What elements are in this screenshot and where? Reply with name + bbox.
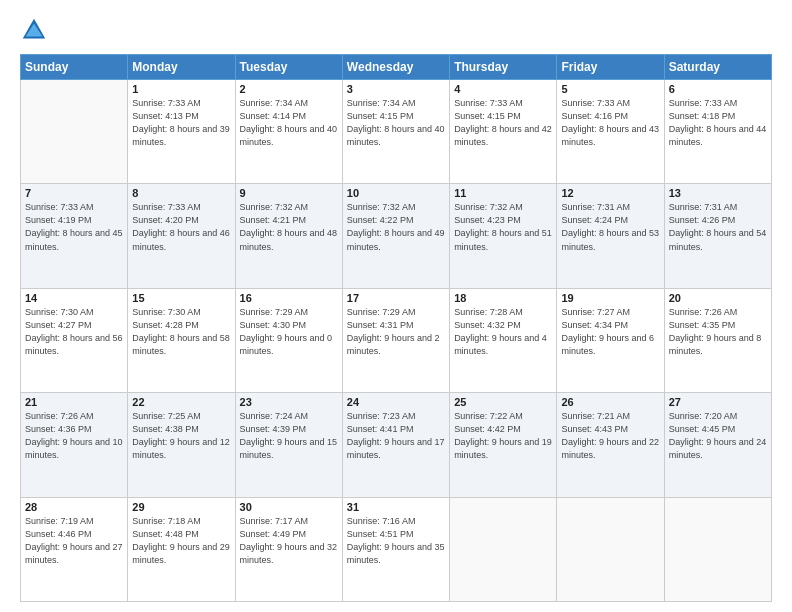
weekday-header-saturday: Saturday [664,55,771,80]
day-info: Sunrise: 7:29 AMSunset: 4:30 PMDaylight:… [240,306,338,358]
day-number: 1 [132,83,230,95]
weekday-header-row: SundayMondayTuesdayWednesdayThursdayFrid… [21,55,772,80]
day-info: Sunrise: 7:33 AMSunset: 4:19 PMDaylight:… [25,201,123,253]
calendar-cell: 2Sunrise: 7:34 AMSunset: 4:14 PMDaylight… [235,80,342,184]
calendar-cell: 17Sunrise: 7:29 AMSunset: 4:31 PMDayligh… [342,288,449,392]
calendar-cell [450,497,557,601]
logo [20,16,52,44]
day-number: 21 [25,396,123,408]
calendar-cell: 21Sunrise: 7:26 AMSunset: 4:36 PMDayligh… [21,393,128,497]
calendar-cell [21,80,128,184]
calendar-cell: 10Sunrise: 7:32 AMSunset: 4:22 PMDayligh… [342,184,449,288]
day-info: Sunrise: 7:30 AMSunset: 4:27 PMDaylight:… [25,306,123,358]
day-number: 7 [25,187,123,199]
calendar-cell: 15Sunrise: 7:30 AMSunset: 4:28 PMDayligh… [128,288,235,392]
day-info: Sunrise: 7:33 AMSunset: 4:20 PMDaylight:… [132,201,230,253]
day-info: Sunrise: 7:23 AMSunset: 4:41 PMDaylight:… [347,410,445,462]
day-number: 13 [669,187,767,199]
header [20,16,772,44]
calendar-week-row: 14Sunrise: 7:30 AMSunset: 4:27 PMDayligh… [21,288,772,392]
day-number: 11 [454,187,552,199]
calendar-cell [664,497,771,601]
calendar-week-row: 7Sunrise: 7:33 AMSunset: 4:19 PMDaylight… [21,184,772,288]
day-info: Sunrise: 7:33 AMSunset: 4:18 PMDaylight:… [669,97,767,149]
day-info: Sunrise: 7:18 AMSunset: 4:48 PMDaylight:… [132,515,230,567]
calendar-cell: 9Sunrise: 7:32 AMSunset: 4:21 PMDaylight… [235,184,342,288]
weekday-header-sunday: Sunday [21,55,128,80]
calendar-cell: 24Sunrise: 7:23 AMSunset: 4:41 PMDayligh… [342,393,449,497]
weekday-header-wednesday: Wednesday [342,55,449,80]
calendar-cell: 13Sunrise: 7:31 AMSunset: 4:26 PMDayligh… [664,184,771,288]
day-number: 26 [561,396,659,408]
day-info: Sunrise: 7:26 AMSunset: 4:36 PMDaylight:… [25,410,123,462]
day-info: Sunrise: 7:22 AMSunset: 4:42 PMDaylight:… [454,410,552,462]
day-number: 18 [454,292,552,304]
day-number: 12 [561,187,659,199]
day-info: Sunrise: 7:34 AMSunset: 4:15 PMDaylight:… [347,97,445,149]
day-number: 19 [561,292,659,304]
day-number: 23 [240,396,338,408]
day-info: Sunrise: 7:30 AMSunset: 4:28 PMDaylight:… [132,306,230,358]
calendar-cell: 26Sunrise: 7:21 AMSunset: 4:43 PMDayligh… [557,393,664,497]
day-info: Sunrise: 7:31 AMSunset: 4:24 PMDaylight:… [561,201,659,253]
weekday-header-friday: Friday [557,55,664,80]
day-info: Sunrise: 7:19 AMSunset: 4:46 PMDaylight:… [25,515,123,567]
calendar-cell: 23Sunrise: 7:24 AMSunset: 4:39 PMDayligh… [235,393,342,497]
weekday-header-monday: Monday [128,55,235,80]
day-number: 16 [240,292,338,304]
calendar-cell: 7Sunrise: 7:33 AMSunset: 4:19 PMDaylight… [21,184,128,288]
calendar-cell: 4Sunrise: 7:33 AMSunset: 4:15 PMDaylight… [450,80,557,184]
day-number: 27 [669,396,767,408]
calendar-cell: 19Sunrise: 7:27 AMSunset: 4:34 PMDayligh… [557,288,664,392]
day-number: 20 [669,292,767,304]
day-number: 5 [561,83,659,95]
day-number: 10 [347,187,445,199]
day-info: Sunrise: 7:32 AMSunset: 4:21 PMDaylight:… [240,201,338,253]
calendar-cell: 31Sunrise: 7:16 AMSunset: 4:51 PMDayligh… [342,497,449,601]
day-number: 28 [25,501,123,513]
calendar-cell: 5Sunrise: 7:33 AMSunset: 4:16 PMDaylight… [557,80,664,184]
calendar-cell: 20Sunrise: 7:26 AMSunset: 4:35 PMDayligh… [664,288,771,392]
page: SundayMondayTuesdayWednesdayThursdayFrid… [0,0,792,612]
day-info: Sunrise: 7:34 AMSunset: 4:14 PMDaylight:… [240,97,338,149]
day-number: 8 [132,187,230,199]
day-info: Sunrise: 7:31 AMSunset: 4:26 PMDaylight:… [669,201,767,253]
calendar-cell: 29Sunrise: 7:18 AMSunset: 4:48 PMDayligh… [128,497,235,601]
day-number: 29 [132,501,230,513]
day-info: Sunrise: 7:25 AMSunset: 4:38 PMDaylight:… [132,410,230,462]
calendar-week-row: 21Sunrise: 7:26 AMSunset: 4:36 PMDayligh… [21,393,772,497]
day-info: Sunrise: 7:27 AMSunset: 4:34 PMDaylight:… [561,306,659,358]
calendar-cell: 18Sunrise: 7:28 AMSunset: 4:32 PMDayligh… [450,288,557,392]
day-number: 3 [347,83,445,95]
day-number: 2 [240,83,338,95]
day-info: Sunrise: 7:26 AMSunset: 4:35 PMDaylight:… [669,306,767,358]
day-info: Sunrise: 7:33 AMSunset: 4:16 PMDaylight:… [561,97,659,149]
calendar-cell: 3Sunrise: 7:34 AMSunset: 4:15 PMDaylight… [342,80,449,184]
day-number: 31 [347,501,445,513]
calendar-cell: 30Sunrise: 7:17 AMSunset: 4:49 PMDayligh… [235,497,342,601]
calendar-cell: 22Sunrise: 7:25 AMSunset: 4:38 PMDayligh… [128,393,235,497]
day-info: Sunrise: 7:29 AMSunset: 4:31 PMDaylight:… [347,306,445,358]
day-number: 15 [132,292,230,304]
day-number: 25 [454,396,552,408]
weekday-header-tuesday: Tuesday [235,55,342,80]
day-number: 6 [669,83,767,95]
calendar-table: SundayMondayTuesdayWednesdayThursdayFrid… [20,54,772,602]
logo-icon [20,16,48,44]
day-info: Sunrise: 7:28 AMSunset: 4:32 PMDaylight:… [454,306,552,358]
calendar-cell: 28Sunrise: 7:19 AMSunset: 4:46 PMDayligh… [21,497,128,601]
calendar-cell: 8Sunrise: 7:33 AMSunset: 4:20 PMDaylight… [128,184,235,288]
day-number: 17 [347,292,445,304]
day-info: Sunrise: 7:21 AMSunset: 4:43 PMDaylight:… [561,410,659,462]
calendar-cell: 14Sunrise: 7:30 AMSunset: 4:27 PMDayligh… [21,288,128,392]
calendar-cell [557,497,664,601]
day-number: 4 [454,83,552,95]
calendar-cell: 12Sunrise: 7:31 AMSunset: 4:24 PMDayligh… [557,184,664,288]
calendar-cell: 11Sunrise: 7:32 AMSunset: 4:23 PMDayligh… [450,184,557,288]
day-number: 24 [347,396,445,408]
day-number: 22 [132,396,230,408]
day-info: Sunrise: 7:32 AMSunset: 4:22 PMDaylight:… [347,201,445,253]
calendar-week-row: 1Sunrise: 7:33 AMSunset: 4:13 PMDaylight… [21,80,772,184]
day-number: 9 [240,187,338,199]
day-info: Sunrise: 7:16 AMSunset: 4:51 PMDaylight:… [347,515,445,567]
